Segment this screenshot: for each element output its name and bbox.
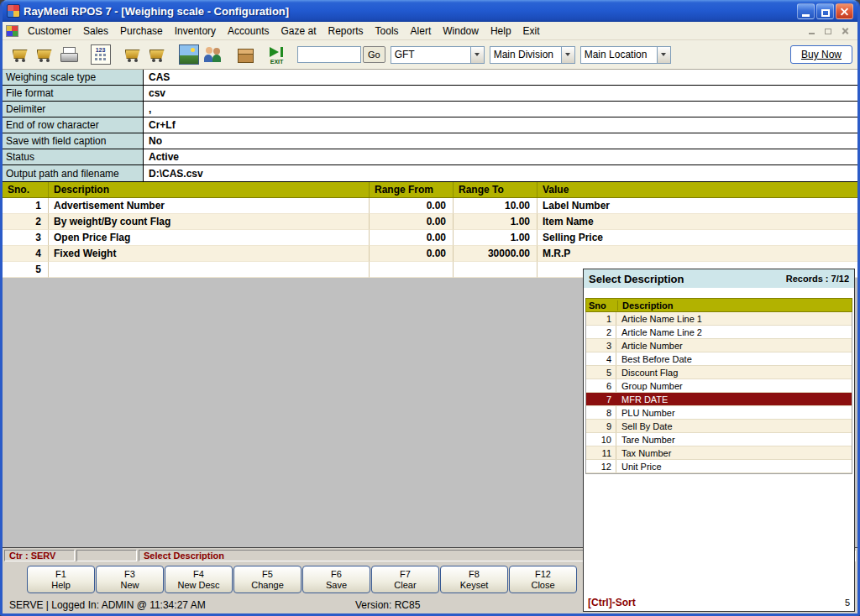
config-row: StatusActive [3,149,857,165]
billing-cart-icon[interactable] [8,43,32,67]
popup-list-item[interactable]: 5Discount Flag [586,366,852,379]
fkey-f6-button[interactable]: F6Save [302,566,370,593]
config-value[interactable]: D:\CAS.csv [144,165,857,181]
popup-list-item[interactable]: 12Unit Price [586,460,852,473]
table-row[interactable]: 1Advertisement Number0.0010.00Label Numb… [3,198,857,214]
version-info: Version: RC85 [355,599,420,611]
popup-records-count: Records : 7/12 [786,274,849,284]
cell-range-from [370,262,454,278]
calculator-digits-label: 123 [92,47,110,53]
cell-range-to: 30000.00 [454,246,538,262]
image-icon[interactable] [176,43,201,67]
chevron-down-icon[interactable] [470,47,484,63]
table-row[interactable]: 2By weight/By count Flag0.001.00Item Nam… [3,214,857,230]
buy-now-button[interactable]: Buy Now [790,45,852,64]
menu-item-window[interactable]: Window [437,23,485,39]
fkey-name-label: Help [51,580,71,590]
config-value[interactable]: CAS [144,70,857,85]
status-spacer-panel [76,550,137,561]
mdi-restore-button[interactable] [822,25,834,36]
close-button[interactable] [836,3,853,19]
menu-item-inventory[interactable]: Inventory [169,23,222,39]
menu-item-sales[interactable]: Sales [77,23,114,39]
config-row: Save with field captionNo [3,133,857,149]
fkey-f4-button[interactable]: F4New Desc [165,566,233,593]
popup-list-item[interactable]: 3Article Number [586,339,852,352]
fkey-f8-button[interactable]: F8Keyset [440,566,508,593]
cell-range-to: 10.00 [454,198,538,214]
chevron-down-icon[interactable] [657,47,670,63]
fkey-f5-button[interactable]: F5Change [233,566,302,593]
division-combo[interactable]: Main Division [490,46,575,64]
sales-return-cart-icon[interactable] [144,43,169,67]
popup-list: 1Article Name Line 12Article Name Line 2… [585,312,852,474]
menu-item-tools[interactable]: Tools [370,23,405,39]
popup-list-item[interactable]: 2Article Name Line 2 [586,326,852,339]
menu-item-alert[interactable]: Alert [405,23,438,39]
product-group-combo[interactable]: GFT [391,46,485,64]
menu-item-purchase[interactable]: Purchase [114,23,169,39]
popup-list-item[interactable]: 9Sell By Date [586,420,852,433]
menu-items: CustomerSalesPurchaseInventoryAccountsGa… [22,23,546,39]
config-value[interactable]: No [144,133,857,149]
menu-item-help[interactable]: Help [485,23,517,39]
config-value[interactable]: Active [144,149,857,164]
popup-list-item[interactable]: 11Tax Number [586,446,852,460]
chevron-down-icon[interactable] [561,47,574,63]
search-input[interactable] [297,46,361,63]
popup-list-item[interactable]: 7MFR DATE [586,393,852,406]
exit-arrow-icon [270,47,279,57]
popup-item-label: Article Number [616,339,852,352]
function-keys: F1HelpF3NewF4New DescF5ChangeF6SaveF7Cle… [27,566,577,593]
exit-icon[interactable]: EXIT [265,43,289,67]
config-value[interactable]: csv [144,86,857,101]
menu-item-reports[interactable]: Reports [322,23,370,39]
calculator-icon[interactable]: 123 [88,43,113,67]
title-bar: RayMedi RPOS 7 - [Weighing scale - Confi… [3,0,857,22]
popup-item-sno: 4 [586,352,616,365]
cell-range-from: 0.00 [370,198,454,214]
config-value[interactable]: Cr+Lf [144,117,857,133]
config-label: File format [3,86,144,101]
cart-glyph-icon [34,44,55,65]
menu-item-gaze-at[interactable]: Gaze at [275,23,322,39]
purchase-cart-icon[interactable] [120,43,144,67]
fkey-f12-button[interactable]: F12Close [509,566,577,593]
cell-value: Selling Price [538,230,857,246]
delivery-icon[interactable] [233,43,257,67]
table-row[interactable]: 4Fixed Weight0.0030000.00M.R.P [3,246,857,262]
mdi-minimize-button[interactable] [805,25,817,36]
popup-fill [584,474,854,596]
fkey-name-label: Close [531,580,554,590]
customers-icon[interactable] [201,43,225,67]
fkey-f7-button[interactable]: F7Clear [371,566,439,593]
go-button[interactable]: Go [363,46,385,63]
print-bill-icon[interactable] [56,43,81,67]
popup-list-item[interactable]: 6Group Number [586,379,852,393]
fkey-name-label: Clear [394,580,416,590]
popup-list-item[interactable]: 10Tare Number [586,433,852,446]
popup-list-item[interactable]: 1Article Name Line 1 [586,312,852,326]
mdi-close-button[interactable] [839,25,851,36]
cell-sno: 1 [3,198,49,214]
app-window: RayMedi RPOS 7 - [Weighing scale - Confi… [0,0,860,616]
table-header: Sno.DescriptionRange FromRange ToValue [3,182,857,198]
fkey-f1-button[interactable]: F1Help [27,566,95,593]
table-header-cell: Range To [454,182,538,197]
restore-button[interactable] [816,3,834,19]
menu-item-accounts[interactable]: Accounts [222,23,275,39]
table-row[interactable]: 3Open Price Flag0.001.00Selling Price [3,230,857,246]
menu-item-exit[interactable]: Exit [517,23,546,39]
minimize-button[interactable] [797,3,815,19]
location-combo[interactable]: Main Location [580,46,671,64]
save-bill-cart-icon[interactable] [32,43,56,67]
popup-list-item[interactable]: 4Best Before Date [586,352,852,366]
fkey-f3-button[interactable]: F3New [96,566,164,593]
fkey-name-label: New [120,580,139,590]
fkey-name-label: Change [251,580,284,590]
config-value[interactable]: , [144,102,857,117]
product-group-combo-value: GFT [391,49,470,60]
fkey-key-label: F6 [331,569,342,579]
popup-list-item[interactable]: 8PLU Number [586,406,852,420]
menu-item-customer[interactable]: Customer [22,23,77,39]
